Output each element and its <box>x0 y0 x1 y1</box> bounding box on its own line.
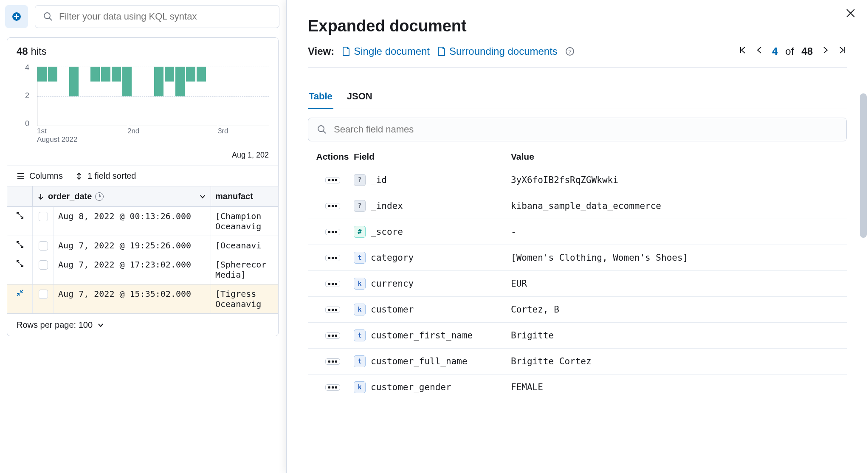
histogram-bar[interactable] <box>154 67 163 96</box>
manufacturer-cell: [Spherecor Media] <box>211 255 278 284</box>
order-date-cell: Aug 7, 2022 @ 15:35:02.000 <box>54 284 211 313</box>
chart-plot-area <box>37 67 269 126</box>
field-type-icon: t <box>354 355 366 367</box>
document-flyout: Expanded document View: Single document … <box>286 0 868 473</box>
field-type-icon: k <box>354 304 366 315</box>
field-search-bar[interactable] <box>308 118 847 141</box>
field-actions-button[interactable] <box>325 332 340 339</box>
histogram-bar[interactable] <box>101 67 110 82</box>
field-value-cell: EUR <box>511 279 843 289</box>
kql-input[interactable] <box>59 11 271 22</box>
first-page-button[interactable] <box>738 45 747 57</box>
field-header: Field <box>354 152 511 162</box>
expand-icon[interactable] <box>16 240 24 249</box>
manufacturer-column-header[interactable]: manufact <box>211 186 278 206</box>
row-checkbox[interactable] <box>39 260 48 270</box>
tab-table[interactable]: Table <box>308 87 333 109</box>
svg-point-10 <box>318 126 324 132</box>
add-filter-button[interactable] <box>5 5 28 28</box>
hits-count: 48 hits <box>7 45 278 62</box>
svg-text:?: ? <box>568 48 571 55</box>
chart-footer-label: Aug 1, 202 <box>7 147 278 166</box>
histogram-bar[interactable] <box>90 67 100 82</box>
chevron-down-icon[interactable] <box>199 193 206 200</box>
prev-page-button[interactable] <box>755 45 764 57</box>
field-row: ?_id3yX6foIB2fsRqZGWkwki <box>308 167 847 193</box>
expand-icon[interactable] <box>16 259 24 268</box>
field-name-cell: ?_index <box>354 200 511 212</box>
field-type-icon: k <box>354 278 366 290</box>
histogram-bar[interactable] <box>186 67 195 82</box>
field-value-cell: Brigitte <box>511 330 843 341</box>
order-date-cell: Aug 7, 2022 @ 17:23:02.000 <box>54 255 211 284</box>
row-checkbox[interactable] <box>39 241 48 251</box>
histogram-bar[interactable] <box>37 67 47 82</box>
surrounding-documents-link[interactable]: Surrounding documents <box>437 45 558 57</box>
field-row: kcustomerCortez, B <box>308 296 847 322</box>
last-page-button[interactable] <box>837 45 847 57</box>
field-actions-button[interactable] <box>325 255 340 261</box>
single-document-link[interactable]: Single document <box>342 45 430 57</box>
field-actions-button[interactable] <box>325 229 340 235</box>
field-type-icon: ? <box>354 200 366 212</box>
field-value-cell: Cortez, B <box>511 304 843 315</box>
value-header: Value <box>511 152 843 162</box>
svg-point-3 <box>44 13 50 19</box>
kql-search-bar[interactable] <box>35 5 279 28</box>
histogram-bar[interactable] <box>197 67 206 82</box>
svg-line-4 <box>49 18 52 20</box>
tabs: Table JSON <box>308 87 847 109</box>
row-checkbox[interactable] <box>39 290 48 299</box>
field-actions-button[interactable] <box>325 307 340 313</box>
field-search-input[interactable] <box>334 124 838 135</box>
flyout-header: Expanded document View: Single document … <box>287 0 868 76</box>
columns-button[interactable]: Columns <box>17 171 63 181</box>
histogram-bar[interactable] <box>69 67 79 96</box>
pagination: 4 of 48 <box>738 45 847 57</box>
svg-line-11 <box>323 131 326 133</box>
field-actions-button[interactable] <box>325 281 340 287</box>
field-name-cell: ?_id <box>354 174 511 186</box>
field-row: kcustomer_genderFEMALE <box>308 374 847 400</box>
field-value-cell: - <box>511 227 843 237</box>
scrollbar[interactable] <box>860 93 867 238</box>
next-page-button[interactable] <box>820 45 830 57</box>
table-row[interactable]: Aug 7, 2022 @ 17:23:02.000[Spherecor Med… <box>7 255 278 284</box>
field-name-cell: tcustomer_full_name <box>354 355 511 367</box>
row-checkbox[interactable] <box>39 212 48 221</box>
histogram-bar[interactable] <box>48 67 57 82</box>
table-row[interactable]: Aug 8, 2022 @ 00:13:26.000[Champion Ocea… <box>7 207 278 236</box>
field-actions-button[interactable] <box>325 358 340 365</box>
manufacturer-cell: [Oceanavi <box>211 236 278 255</box>
field-name-cell: kcustomer <box>354 304 511 315</box>
expand-column-header <box>7 186 33 206</box>
search-icon <box>317 124 327 135</box>
histogram-bar[interactable] <box>112 67 121 82</box>
table-toolbar: Columns 1 field sorted <box>7 166 278 186</box>
histogram-chart[interactable]: 4 2 0 1stAugust 2022 2nd 3rd <box>7 62 278 147</box>
expand-icon[interactable] <box>16 211 24 220</box>
field-name-cell: kcurrency <box>354 278 511 290</box>
columns-icon <box>17 172 25 180</box>
sort-button[interactable]: 1 field sorted <box>75 171 136 181</box>
table-row[interactable]: Aug 7, 2022 @ 19:25:26.000[Oceanavi <box>7 236 278 255</box>
histogram-bar[interactable] <box>165 67 174 82</box>
field-row: ?_indexkibana_sample_data_ecommerce <box>308 193 847 219</box>
tab-json[interactable]: JSON <box>346 87 373 109</box>
field-name-cell: kcustomer_gender <box>354 381 511 393</box>
field-actions-button[interactable] <box>325 177 340 183</box>
view-label: View: <box>308 45 334 57</box>
collapse-icon[interactable] <box>16 289 24 297</box>
histogram-bar[interactable] <box>122 67 132 96</box>
help-icon[interactable]: ? <box>565 47 575 56</box>
field-actions-button[interactable] <box>325 203 340 209</box>
histogram-bar[interactable] <box>175 67 185 96</box>
order-date-column-header[interactable]: order_date <box>33 186 211 206</box>
field-actions-button[interactable] <box>325 384 340 391</box>
field-type-icon: t <box>354 329 366 341</box>
rows-per-page-button[interactable]: Rows per page: 100 <box>7 314 278 336</box>
close-button[interactable] <box>845 8 856 21</box>
clock-icon <box>95 192 104 201</box>
table-row[interactable]: Aug 7, 2022 @ 15:35:02.000[Tigress Ocean… <box>7 284 278 314</box>
manufacturer-cell: [Champion Oceanavig <box>211 207 278 236</box>
